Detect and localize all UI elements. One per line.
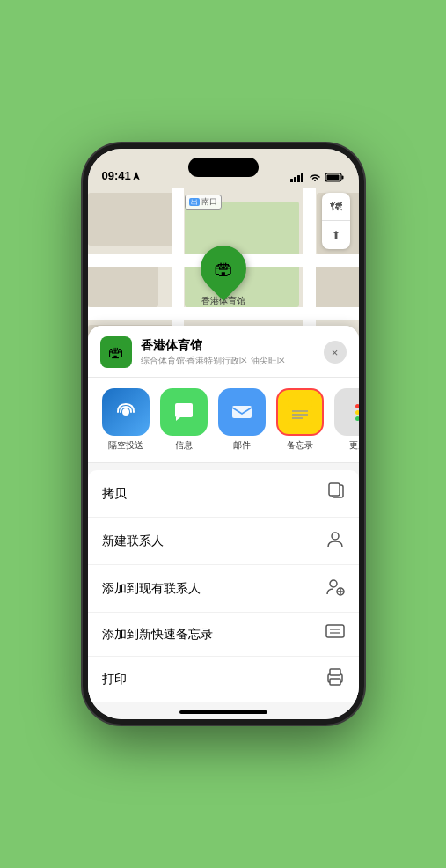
svg-rect-26 [330, 669, 340, 675]
svg-rect-4 [301, 173, 303, 182]
sheet-header: 🏟 香港体育馆 综合体育馆·香港特别行政区 油尖旺区 × [88, 326, 359, 378]
action-new-contact[interactable]: 新建联系人 [88, 518, 359, 565]
status-time: 09:41 [102, 169, 140, 182]
airdrop-label: 隔空投送 [108, 439, 143, 452]
wifi-icon [309, 173, 321, 182]
add-contact-label: 添加到现有联系人 [102, 581, 201, 597]
svg-point-17 [332, 533, 339, 540]
airdrop-icon [113, 400, 138, 424]
print-label: 打印 [102, 672, 127, 688]
svg-marker-0 [133, 172, 140, 180]
venue-subtitle: 综合体育馆·香港特别行政区 油尖旺区 [141, 355, 324, 367]
action-quick-note[interactable]: 添加到新快速备忘录 [88, 613, 359, 657]
venue-info: 香港体育馆 综合体育馆·香港特别行政区 油尖旺区 [141, 338, 324, 367]
messages-icon [172, 400, 196, 424]
add-contact-icon [325, 577, 345, 600]
battery-icon [325, 173, 345, 182]
mail-label: 邮件 [233, 439, 251, 452]
home-bar [179, 710, 267, 714]
svg-rect-3 [297, 175, 300, 182]
print-icon [325, 668, 345, 690]
quick-note-label: 添加到新快速备忘录 [102, 627, 213, 643]
dot-red [355, 404, 359, 408]
more-icon-wrap [334, 388, 359, 436]
svg-rect-9 [232, 406, 252, 418]
map-label-south: 出 南口 [185, 195, 223, 210]
new-contact-icon [325, 529, 345, 553]
notes-icon [285, 395, 315, 429]
action-copy[interactable]: 拷贝 [88, 470, 359, 518]
messages-label: 信息 [175, 439, 193, 452]
svg-rect-7 [326, 175, 339, 180]
map-controls: 🗺 ⬆ [322, 193, 350, 249]
share-notes[interactable]: 备忘录 [274, 388, 325, 452]
messages-icon-wrap [160, 388, 208, 436]
action-list: 拷贝 新建联系人 [88, 470, 359, 702]
venue-icon: 🏟 [100, 336, 132, 368]
svg-rect-16 [329, 483, 340, 496]
svg-rect-1 [290, 179, 293, 182]
venue-name: 香港体育馆 [141, 338, 324, 354]
action-add-contact[interactable]: 添加到现有联系人 [88, 565, 359, 613]
copy-icon [327, 482, 345, 505]
airdrop-icon-wrap [102, 388, 150, 436]
mail-icon [230, 400, 254, 424]
dot-green [355, 416, 359, 421]
svg-point-8 [122, 408, 129, 416]
dynamic-island [188, 158, 259, 177]
phone-screen: 09:41 [88, 149, 359, 719]
mail-icon-wrap [218, 388, 266, 436]
clock: 09:41 [102, 169, 131, 182]
stadium-pin: 🏟 香港体育馆 [201, 246, 246, 307]
notes-icon-wrap [276, 388, 324, 436]
action-print[interactable]: 打印 [88, 657, 359, 702]
more-label: 更多 [349, 439, 359, 452]
share-messages[interactable]: 信息 [158, 388, 209, 452]
bottom-sheet: 🏟 香港体育馆 综合体育馆·香港特别行政区 油尖旺区 × [88, 326, 359, 719]
share-row: 隔空投送 信息 [88, 378, 359, 463]
close-button[interactable]: × [324, 341, 347, 364]
svg-rect-6 [341, 176, 343, 180]
svg-rect-2 [294, 177, 296, 182]
svg-rect-27 [330, 679, 340, 685]
map-type-button[interactable]: 🗺 [322, 193, 350, 221]
map-entrance-label: 南口 [201, 197, 217, 206]
pin-stadium-icon: 🏟 [214, 257, 233, 280]
copy-label: 拷贝 [102, 486, 127, 502]
location-status-icon [133, 172, 140, 180]
dot-yellow [355, 410, 359, 415]
notes-label: 备忘录 [287, 439, 313, 452]
location-button[interactable]: ⬆ [322, 221, 350, 249]
signal-icon [290, 173, 304, 182]
more-dots [355, 404, 359, 421]
share-mail[interactable]: 邮件 [216, 388, 267, 452]
phone-frame: 09:41 [83, 143, 364, 725]
svg-rect-22 [326, 625, 344, 637]
svg-rect-11 [288, 400, 312, 407]
pin-circle: 🏟 [191, 236, 256, 301]
svg-point-18 [330, 580, 337, 587]
quick-note-icon [325, 624, 345, 644]
status-icons [290, 173, 345, 182]
share-more[interactable]: 更多 [333, 388, 359, 452]
new-contact-label: 新建联系人 [102, 533, 164, 549]
share-airdrop[interactable]: 隔空投送 [100, 388, 151, 452]
